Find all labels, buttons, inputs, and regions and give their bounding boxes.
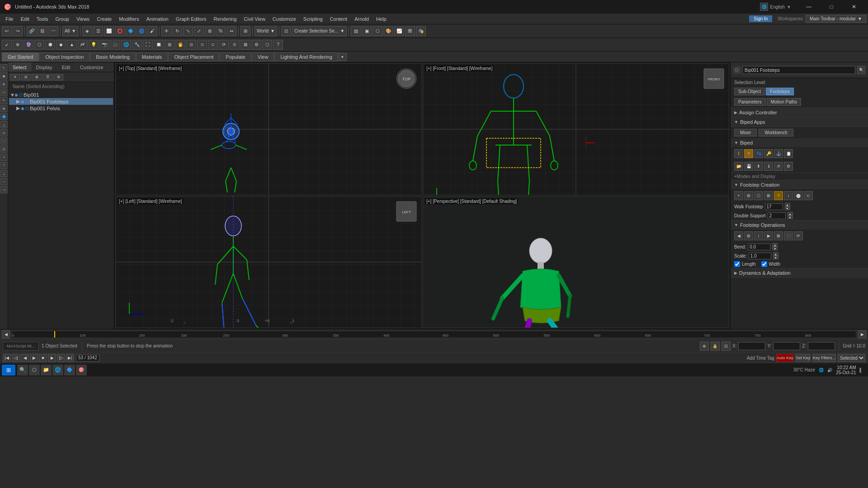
bip-load-icon[interactable]: 📂 <box>734 162 743 171</box>
tree-item-pelvis[interactable]: ▶ ◉ ⬡ Bip001 Pelvis <box>9 105 113 112</box>
tb2-btn14[interactable]: ⛶ <box>143 40 153 50</box>
tool-6[interactable]: ⊞ <box>0 105 8 112</box>
rect-select-button[interactable]: ⬜ <box>104 26 114 36</box>
scene-tab-display[interactable]: Display <box>32 62 57 72</box>
assign-controller-section[interactable]: ▶ Assign Controller <box>731 108 868 117</box>
bend-up[interactable]: ▲ <box>772 243 778 247</box>
viewport-perspective[interactable]: [+] [Perspective] [Standard] [Default Sh… <box>423 196 729 328</box>
fo-icon-6[interactable]: ⬛ <box>784 231 793 240</box>
tb2-btn25[interactable]: ⬡ <box>262 40 272 50</box>
y-input[interactable] <box>773 342 800 350</box>
auto-key-btn[interactable]: Auto Key <box>776 354 794 362</box>
scale-uniform-button[interactable]: ⤢ <box>194 26 204 36</box>
double-support-down[interactable]: ▼ <box>788 216 793 219</box>
material-editor-button[interactable]: 🎨 <box>383 26 393 36</box>
tb2-btn19[interactable]: ⊃ <box>197 40 207 50</box>
tb2-btn20[interactable]: ⊂ <box>208 40 218 50</box>
fs-icon-7[interactable]: ⬤ <box>794 191 803 200</box>
transform-percent-button[interactable]: % <box>216 26 226 36</box>
tool-10[interactable]: ⬛ <box>0 137 8 145</box>
tb2-btn16[interactable]: ⊞ <box>165 40 175 50</box>
scale-button[interactable]: ⤡ <box>183 26 193 36</box>
bip-run-icon[interactable]: 🏃 <box>744 149 753 158</box>
fo-icon-5[interactable]: ⊠ <box>774 231 783 240</box>
curve-editor-button[interactable]: 📈 <box>394 26 404 36</box>
tb2-help[interactable]: ? <box>273 40 283 50</box>
timeline-track[interactable]: 0 100 150 200 250 300 350 400 450 500 55… <box>12 331 856 338</box>
menu-file[interactable]: File <box>2 15 17 23</box>
name-search-btn[interactable]: 🔍 <box>857 66 865 74</box>
fo-icon-4[interactable]: ▶ <box>764 231 773 240</box>
timeline-next-btn[interactable]: ▶ <box>858 330 866 338</box>
bend-down[interactable]: ▼ <box>772 247 778 250</box>
next-key-btn[interactable]: |▷ <box>57 354 65 362</box>
lock-icon[interactable]: 🔒 <box>711 342 720 351</box>
fo-icon-3[interactable]: ↕ <box>754 231 763 240</box>
bip-walk-icon[interactable]: 🚶 <box>734 149 743 158</box>
fs-icon-run[interactable]: 🏃 <box>774 191 783 200</box>
fs-icon-3[interactable]: ⬡ <box>754 191 763 200</box>
bip-anchor-icon[interactable]: ⚓ <box>774 149 783 158</box>
tb2-btn24[interactable]: ⚙ <box>251 40 261 50</box>
tab-get-started[interactable]: Get Started <box>2 52 39 61</box>
menu-rendering[interactable]: Rendering <box>210 15 241 23</box>
tool-16[interactable]: ⊣ <box>0 186 8 193</box>
tab-view[interactable]: View <box>252 52 274 61</box>
walk-footstep-up[interactable]: ▲ <box>785 203 790 206</box>
motion-paths-btn[interactable]: Motion Paths <box>767 98 801 106</box>
tab-lighting-rendering[interactable]: Lighting And Rendering <box>274 52 338 61</box>
stop-btn[interactable]: ■ <box>39 354 47 362</box>
key-filters-btn[interactable]: Key Filters... <box>812 354 836 362</box>
menu-arnold[interactable]: Arnold <box>351 15 373 23</box>
tb2-btn2[interactable]: ⊕ <box>13 40 23 50</box>
next-frame-btn[interactable]: ▶ <box>48 354 56 362</box>
fo-icon-2[interactable]: ⊞ <box>744 231 753 240</box>
maximize-button[interactable]: □ <box>821 0 842 14</box>
menu-civil-view[interactable]: Civil View <box>240 15 269 23</box>
footsteps-btn[interactable]: Footsteps <box>766 88 794 95</box>
workspaces-dropdown[interactable]: Main Toolbar - modular ▼ <box>806 15 866 23</box>
object-name-input[interactable] <box>742 66 855 74</box>
menu-animation[interactable]: Animation <box>143 15 172 23</box>
footstep-creation-header[interactable]: ▼ Footstep Creation <box>731 180 868 189</box>
chrome-btn[interactable]: 🌐 <box>52 365 63 375</box>
biped-apps-header[interactable]: ▼ Biped Apps <box>731 117 868 127</box>
undo-button[interactable]: ↩ <box>2 26 12 36</box>
tool-12[interactable]: ⟡ <box>0 154 8 161</box>
tool-14[interactable]: ⊥ <box>0 170 8 177</box>
scale-squash-button[interactable]: ⊞ <box>205 26 215 36</box>
mixer-button[interactable]: Mixer <box>734 129 757 136</box>
fo-icon-7[interactable]: ⟳ <box>794 231 803 240</box>
tb2-btn7[interactable]: ▲ <box>67 40 77 50</box>
tab-object-placement[interactable]: Object Placement <box>168 52 219 61</box>
width-checkbox[interactable] <box>761 261 767 267</box>
menu-views[interactable]: Views <box>73 15 93 23</box>
tab-materials[interactable]: Materials <box>136 52 168 61</box>
tool-9[interactable]: ⊙ <box>0 129 8 136</box>
color-clipboard-button[interactable]: 🎭 <box>416 26 426 36</box>
move-button[interactable]: ✛ <box>161 26 171 36</box>
walk-footstep-input[interactable] <box>765 203 783 210</box>
fo-icon-1[interactable]: ◀ <box>734 231 743 240</box>
paint-select-button[interactable]: 🖌 <box>147 26 157 36</box>
bip-info-icon[interactable]: ℹ <box>764 162 773 171</box>
menu-modifiers[interactable]: Modifiers <box>115 15 143 23</box>
sign-in-button[interactable]: Sign In <box>749 15 772 22</box>
set-key-btn[interactable]: Set Key <box>795 354 811 362</box>
tb2-btn17[interactable]: 🖐 <box>175 40 185 50</box>
menu-group[interactable]: Group <box>52 15 73 23</box>
tool-11[interactable]: ⊡ <box>0 145 8 153</box>
scene-filter-icon[interactable]: ⊟ <box>21 74 31 80</box>
tb2-btn1[interactable]: ↙ <box>2 40 12 50</box>
tb2-btn6[interactable]: ◆ <box>56 40 66 50</box>
x-input[interactable] <box>738 342 765 350</box>
prev-key-btn[interactable]: ◁| <box>12 354 20 362</box>
modes-display-label[interactable]: +Modes and Display <box>731 173 868 180</box>
play-btn[interactable]: ▶ <box>30 354 38 362</box>
circle-select-button[interactable]: ⭕ <box>115 26 125 36</box>
workbench-button[interactable]: Workbench <box>759 129 793 136</box>
filter-dropdown[interactable]: All▼ <box>62 26 78 36</box>
bip-save-icon[interactable]: 💾 <box>744 162 753 171</box>
maxscript-mini[interactable]: MAXScript Mi... <box>3 342 39 351</box>
select-object-button[interactable]: ◈ <box>82 26 92 36</box>
